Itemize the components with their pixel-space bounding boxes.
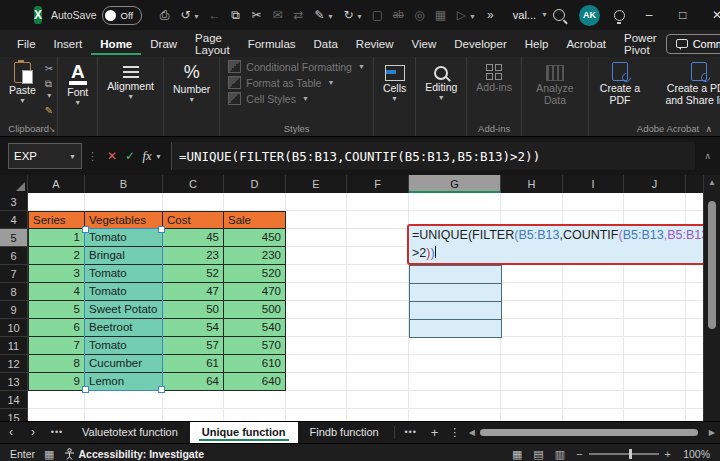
number-button[interactable]: % Number ▼ bbox=[168, 61, 215, 105]
save-icon[interactable]: ⎙ bbox=[155, 8, 174, 22]
tab-power-pivot[interactable]: Power Pivot bbox=[615, 27, 666, 61]
cell-C3[interactable] bbox=[163, 193, 224, 211]
cell-I13[interactable] bbox=[563, 373, 624, 391]
select-all-corner[interactable] bbox=[0, 175, 28, 193]
cell-H7[interactable] bbox=[501, 265, 563, 283]
row-header-10[interactable]: 10 bbox=[0, 319, 28, 337]
cell-C9[interactable]: 50 bbox=[163, 301, 224, 319]
cell-E13[interactable] bbox=[286, 373, 347, 391]
cell-I14[interactable] bbox=[563, 391, 624, 409]
cell-F15[interactable] bbox=[347, 409, 409, 421]
cell-C14[interactable] bbox=[163, 391, 224, 409]
cell-I3[interactable] bbox=[563, 193, 624, 211]
zoom-in-icon[interactable]: + bbox=[665, 448, 671, 460]
cell-I10[interactable] bbox=[563, 319, 624, 337]
cell-D9[interactable]: 500 bbox=[224, 301, 286, 319]
more-commands-icon[interactable]: » bbox=[481, 8, 500, 22]
tab-developer[interactable]: Developer bbox=[445, 33, 515, 55]
page-layout-view-icon[interactable]: ▤ bbox=[533, 448, 543, 461]
cell-C10[interactable]: 54 bbox=[163, 319, 224, 337]
cell-E12[interactable] bbox=[286, 355, 347, 373]
cell-G13[interactable] bbox=[409, 373, 501, 391]
cell-E4[interactable] bbox=[286, 211, 347, 229]
column-header-F[interactable]: F bbox=[347, 175, 409, 193]
cell-I8[interactable] bbox=[563, 283, 624, 301]
cell-I15[interactable] bbox=[563, 409, 624, 421]
sheet-list-icon[interactable]: ••• bbox=[44, 422, 70, 443]
more-sheets-icon[interactable]: ••• bbox=[398, 422, 424, 443]
accessibility-status[interactable]: Accessibility: Investigate bbox=[64, 448, 204, 460]
cell-A11[interactable]: 7 bbox=[28, 337, 85, 355]
cell-E5[interactable] bbox=[286, 229, 347, 247]
format-painter-icon[interactable]: ✎ bbox=[45, 105, 53, 116]
lightbulb-icon[interactable] bbox=[614, 10, 625, 21]
create-pdf-button[interactable]: Create a PDF bbox=[593, 61, 647, 107]
replace-icon[interactable]: ⇄ bbox=[289, 8, 308, 22]
cancel-icon[interactable]: ✕ bbox=[103, 149, 121, 163]
cell-D15[interactable] bbox=[224, 409, 286, 421]
zoom-slider[interactable] bbox=[589, 453, 659, 455]
cell-A10[interactable]: 6 bbox=[28, 319, 85, 337]
cell-J8[interactable] bbox=[624, 283, 686, 301]
comments-button[interactable]: Comments bbox=[666, 34, 720, 54]
cell-G11[interactable] bbox=[409, 337, 501, 355]
collapse-ribbon-icon[interactable]: ∧ bbox=[705, 124, 712, 134]
zoom-out-icon[interactable]: − bbox=[576, 448, 582, 460]
back-icon[interactable]: ← bbox=[205, 8, 224, 22]
scroll-right-icon[interactable]: ▶ bbox=[709, 428, 715, 437]
cut-icon[interactable]: ✂ bbox=[45, 63, 53, 74]
cell-J10[interactable] bbox=[624, 319, 686, 337]
cell-D11[interactable]: 570 bbox=[224, 337, 286, 355]
cell-C8[interactable]: 47 bbox=[163, 283, 224, 301]
copy-icon[interactable]: ⧉ bbox=[226, 8, 245, 22]
zoom-level[interactable]: 100% bbox=[682, 448, 710, 460]
selection-handle[interactable] bbox=[158, 386, 165, 393]
cell-F8[interactable] bbox=[347, 283, 409, 301]
cell-A8[interactable]: 4 bbox=[28, 283, 85, 301]
cell-E10[interactable] bbox=[286, 319, 347, 337]
maximize-button[interactable]: □ bbox=[673, 8, 693, 22]
column-header-G[interactable]: G bbox=[409, 175, 501, 193]
macro-play-icon[interactable]: ▷▼ bbox=[452, 8, 479, 22]
scroll-up-icon[interactable]: ▲ bbox=[704, 175, 720, 191]
cell-J12[interactable] bbox=[624, 355, 686, 373]
column-header-J[interactable]: J bbox=[624, 175, 686, 193]
cell-A7[interactable]: 3 bbox=[28, 265, 85, 283]
tab-draw[interactable]: Draw bbox=[141, 33, 186, 55]
new-doc-icon[interactable]: ▢ bbox=[368, 8, 387, 22]
tab-view[interactable]: View bbox=[403, 33, 446, 55]
cell-F7[interactable] bbox=[347, 265, 409, 283]
cell-H15[interactable] bbox=[501, 409, 563, 421]
camera-icon[interactable]: ◎ bbox=[410, 8, 429, 22]
cell-B4[interactable]: Vegetables bbox=[85, 211, 163, 229]
row-header-3[interactable]: 3 bbox=[0, 193, 28, 211]
cell-A15[interactable] bbox=[28, 409, 85, 421]
cell-D13[interactable]: 640 bbox=[224, 373, 286, 391]
tab-acrobat[interactable]: Acrobat bbox=[557, 33, 615, 55]
cell-A4[interactable]: Series bbox=[28, 211, 85, 229]
cell-F10[interactable] bbox=[347, 319, 409, 337]
expand-formula-bar-icon[interactable]: ∧ bbox=[695, 151, 720, 161]
cell-G12[interactable] bbox=[409, 355, 501, 373]
cell-B3[interactable] bbox=[85, 193, 163, 211]
paste-button[interactable]: Paste ▼ bbox=[4, 61, 41, 116]
cell-H11[interactable] bbox=[501, 337, 563, 355]
close-button[interactable]: ✕ bbox=[707, 8, 720, 22]
cell-D8[interactable]: 470 bbox=[224, 283, 286, 301]
workbook-title[interactable]: val... ▼ bbox=[513, 9, 548, 21]
cell-C7[interactable]: 52 bbox=[163, 265, 224, 283]
cell-E3[interactable] bbox=[286, 193, 347, 211]
column-header-I[interactable]: I bbox=[563, 175, 624, 193]
active-cell-formula-editor[interactable]: =UNIQUE(FILTER(B5:B13,COUNTIF(B5:B13,B5:… bbox=[407, 224, 706, 265]
cell-D5[interactable]: 450 bbox=[224, 229, 286, 247]
horizontal-scrollbar-track[interactable] bbox=[478, 428, 706, 437]
cell-C11[interactable]: 57 bbox=[163, 337, 224, 355]
cell-A3[interactable] bbox=[28, 193, 85, 211]
cells-button[interactable]: Cells ▼ bbox=[378, 61, 411, 104]
zoom-slider-thumb[interactable] bbox=[629, 449, 632, 459]
enter-icon[interactable]: ✓ bbox=[121, 149, 139, 163]
row-header-7[interactable]: 7 bbox=[0, 265, 28, 283]
cell-E14[interactable] bbox=[286, 391, 347, 409]
cell-J15[interactable] bbox=[624, 409, 686, 421]
row-header-14[interactable]: 14 bbox=[0, 391, 28, 409]
